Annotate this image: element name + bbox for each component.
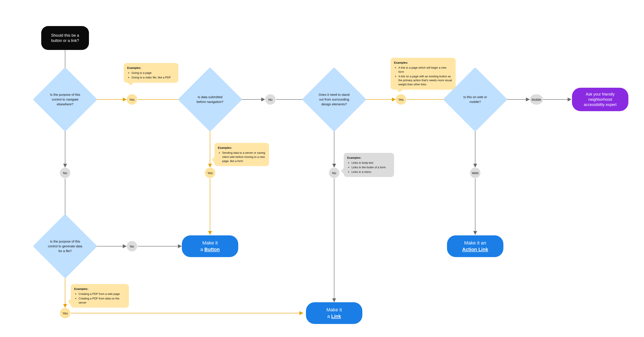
callout-head: Examples: (347, 156, 390, 160)
answer-web: Web (470, 168, 480, 178)
decision-data-submitted: Is data submitted before navigation? (187, 77, 233, 122)
callout-examples-submit: Examples: Sending data to a server or sa… (214, 143, 269, 166)
terminal-text: Make it an Action Link (462, 240, 488, 252)
answer-label: Yes (62, 311, 68, 315)
answer-yes: Yes (127, 94, 137, 105)
decision-label: Is this on web or mobile? (458, 95, 492, 104)
decision-label: Is the purpose of this control to naviga… (48, 92, 82, 106)
start-node: Should this be a button or a link? (41, 26, 89, 50)
answer-yes: Yes (396, 94, 406, 105)
answer-yes: Yes (205, 168, 215, 178)
terminal-make-button: Make it a Button (182, 235, 238, 257)
answer-yes: Yes (60, 308, 70, 318)
callout-examples-stand-out: Examples: A link to a page which will be… (390, 58, 456, 90)
callout-item: Sending data to a server or saving clien… (222, 151, 266, 163)
terminal-text: Make it a Button (200, 240, 220, 252)
callout-head: Examples: (127, 66, 175, 70)
callout-item: Links in a menu (352, 170, 390, 174)
callout-list: Going to a page Going to a static file, … (127, 71, 175, 80)
answer-no: No (265, 94, 276, 105)
callout-head: Examples: (394, 61, 452, 65)
callout-item: Going to a page (132, 71, 175, 75)
terminal-text: Ask your friendly neighborhood accessibi… (580, 92, 620, 108)
answer-no: No (127, 241, 137, 251)
callout-list: A link to a page which will begin a new … (394, 66, 452, 87)
callout-item: Links in body text (352, 161, 390, 165)
callout-item: A link to a page which will begin a new … (398, 66, 452, 74)
callout-examples-generate-file: Examples: Creating a PDF from a web page… (71, 284, 129, 308)
callout-head: Examples: (218, 146, 266, 150)
callout-item: Creating a PDF from a web page (78, 292, 126, 296)
decision-web-or-mobile: Is this on web or mobile? (452, 77, 498, 122)
answer-label: Yes (208, 171, 213, 175)
callout-list: Links in body text Links in the footer o… (347, 161, 390, 174)
answer-no: No (60, 168, 70, 178)
answer-label: No (63, 171, 67, 175)
answer-label: No (268, 98, 272, 101)
decision-label: Does it need to stand out from surroundi… (317, 92, 352, 106)
callout-examples-plain-link: Examples: Links in body text Links in th… (344, 153, 394, 177)
answer-label: Yes (129, 98, 134, 101)
callout-head: Examples: (74, 287, 126, 291)
callout-list: Creating a PDF from a web page Creating … (74, 292, 126, 305)
callout-item: Links in the footer of a form (352, 165, 390, 170)
decision-stand-out: Does it need to stand out from surroundi… (311, 77, 357, 122)
terminal-make-link: Make it a Link (306, 302, 362, 324)
answer-label: No (130, 244, 134, 248)
callout-list: Sending data to a server or saving clien… (218, 151, 266, 163)
decision-navigate-elsewhere: Is the purpose of this control to naviga… (42, 77, 88, 122)
decision-label: Is data submitted before navigation? (193, 95, 228, 104)
decision-generate-file: Is the purpose of this control to genera… (42, 223, 88, 269)
terminal-make-action-link: Make it an Action Link (447, 235, 504, 257)
callout-examples-navigate: Examples: Going to a page Going to a sta… (124, 63, 178, 83)
answer-label: No (332, 171, 336, 175)
answer-mobile: Mobile (530, 94, 543, 105)
callout-item: Going to a static file, like a PDF (132, 76, 175, 80)
terminal-text: Make it a Link (326, 306, 342, 319)
answer-label: Mobile (532, 98, 541, 101)
callout-item: A link on a page with an existing button… (398, 75, 452, 87)
answer-no: No (329, 168, 339, 178)
callout-item: Creating a PDF from data on the server (78, 297, 126, 305)
terminal-ask-expert: Ask your friendly neighborhood accessibi… (572, 88, 628, 111)
decision-label: Is the purpose of this control to genera… (48, 239, 82, 253)
answer-label: Yes (398, 98, 404, 101)
start-label: Should this be a button or a link? (47, 33, 83, 44)
flowchart-canvas: Should this be a button or a link? Is th… (0, 0, 644, 337)
answer-label: Web (472, 171, 479, 175)
